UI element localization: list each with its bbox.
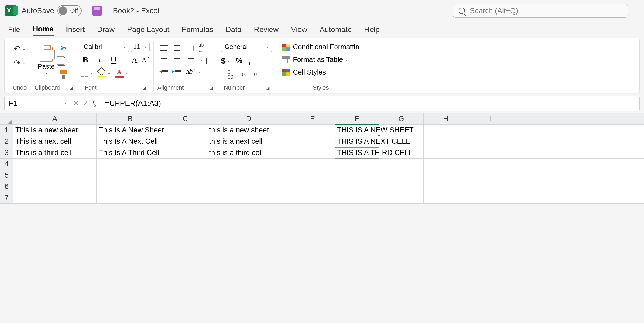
align-bottom-button[interactable] [186,45,194,51]
percent-button[interactable]: % [236,57,242,65]
autosave-toggle[interactable]: Off [57,5,82,16]
format-as-table-button[interactable]: Format as Table ⌄ [280,54,350,65]
row-header[interactable]: 2 [0,136,13,147]
cell-rest[interactable] [512,125,644,136]
cell-F4[interactable] [335,159,379,170]
undo-button[interactable]: ↶⌄ [14,44,26,53]
decrease-indent-button[interactable] [160,69,168,75]
cell-G6[interactable] [379,181,424,192]
font-color-button[interactable]: A⌄ [115,68,128,78]
cell-G4[interactable] [379,159,424,170]
fill-handle[interactable] [378,135,380,137]
cell-rest[interactable] [512,181,644,192]
conditional-formatting-button[interactable]: Conditional Formattin [280,42,361,52]
row-header[interactable]: 3 [0,147,13,159]
name-box[interactable]: F1 ⌄ [5,96,58,111]
cell-H5[interactable] [424,170,468,181]
tab-help[interactable]: Help [364,24,380,36]
row-header[interactable]: 6 [0,181,13,192]
cell-C5[interactable] [164,170,207,181]
cell-I2[interactable] [468,136,512,147]
col-header-H[interactable]: H [424,113,468,125]
cell-F3[interactable]: THIS IS A THIRD CELL [335,147,379,159]
cell-C4[interactable] [164,159,207,170]
col-header-E[interactable]: E [290,113,335,125]
decrease-font-button[interactable]: Aˇ [142,57,146,64]
cell-A2[interactable]: This is a next cell [13,136,97,147]
cell-A7[interactable] [13,192,97,204]
tab-view[interactable]: View [291,24,307,36]
row-header[interactable]: 4 [0,159,13,170]
comma-style-button[interactable]: , [248,56,251,66]
paste-button[interactable]: Paste ⌄ [37,42,56,79]
align-middle-button[interactable] [173,45,181,51]
align-left-button[interactable] [160,58,168,64]
cell-C6[interactable] [164,181,207,192]
cell-H4[interactable] [424,159,468,170]
cell-D5[interactable] [207,170,290,181]
enter-icon[interactable]: ✓ [83,99,89,108]
insert-function-button[interactable]: fx [92,99,96,108]
cell-E6[interactable] [290,181,335,192]
tab-review[interactable]: Review [254,24,279,36]
cell-B4[interactable] [97,159,164,170]
more-icon[interactable]: ⋮ [62,99,69,108]
cell-F6[interactable] [335,181,379,192]
cell-E5[interactable] [290,170,335,181]
cell-B6[interactable] [97,181,164,192]
cell-F1[interactable]: THIS IS A NEW SHEET [335,125,379,136]
save-icon[interactable] [92,6,102,16]
dialog-launcher-icon[interactable]: ◢ [70,85,73,90]
cell-I4[interactable] [468,159,512,170]
cell-A4[interactable] [13,159,97,170]
cell-D7[interactable] [207,192,290,204]
merge-center-button[interactable]: ⌄ [199,58,211,64]
cell-H3[interactable] [424,147,468,159]
cell-C7[interactable] [164,192,207,204]
tab-draw[interactable]: Draw [97,24,115,36]
borders-button[interactable]: ⌄ [81,69,93,77]
cell-A6[interactable] [13,181,97,192]
col-header-rest[interactable] [512,113,644,125]
cell-E3[interactable] [290,147,335,159]
cell-I3[interactable] [468,147,512,159]
italic-button[interactable]: I [95,56,104,64]
cell-I1[interactable] [468,125,512,136]
underline-button[interactable]: U⌄ [109,56,123,64]
number-format-select[interactable]: General⌄ [221,42,272,52]
cell-G7[interactable] [379,192,424,204]
cell-rest[interactable] [512,170,644,181]
cell-A5[interactable] [13,170,97,181]
cell-B1[interactable]: This Is A New Sheet [97,125,164,136]
cell-H1[interactable] [424,125,468,136]
accounting-format-button[interactable]: $⌄ [221,56,230,65]
tab-formulas[interactable]: Formulas [182,24,213,36]
col-header-D[interactable]: D [207,113,290,125]
cell-E4[interactable] [290,159,335,170]
cell-D6[interactable] [207,181,290,192]
cell-F7[interactable] [335,192,379,204]
col-header-F[interactable]: F [335,113,379,125]
cell-E1[interactable] [290,125,335,136]
fill-color-button[interactable]: ⌄ [97,68,110,77]
tab-data[interactable]: Data [226,24,241,36]
cell-B3[interactable]: This Is A Third Cell [97,147,164,159]
cell-C1[interactable] [164,125,207,136]
row-header[interactable]: 7 [0,192,13,204]
cell-I6[interactable] [468,181,512,192]
cell-H6[interactable] [424,181,468,192]
cell-E7[interactable] [290,192,335,204]
tab-file[interactable]: File [8,24,20,36]
cell-styles-button[interactable]: Cell Styles ⌄ [280,67,333,78]
col-header-B[interactable]: B [97,113,164,125]
select-all-corner[interactable] [0,113,13,125]
cell-B5[interactable] [97,170,164,181]
copy-button[interactable]: ⌄ [58,57,71,66]
wrap-text-button[interactable]: ab↵ [199,42,204,54]
cell-rest[interactable] [512,147,644,159]
cell-E2[interactable] [290,136,335,147]
cell-B2[interactable]: This Is A Next Cell [97,136,164,147]
col-header-G[interactable]: G [379,113,424,125]
tab-automate[interactable]: Automate [319,24,352,36]
cell-D1[interactable]: this is a new sheet [207,125,290,136]
